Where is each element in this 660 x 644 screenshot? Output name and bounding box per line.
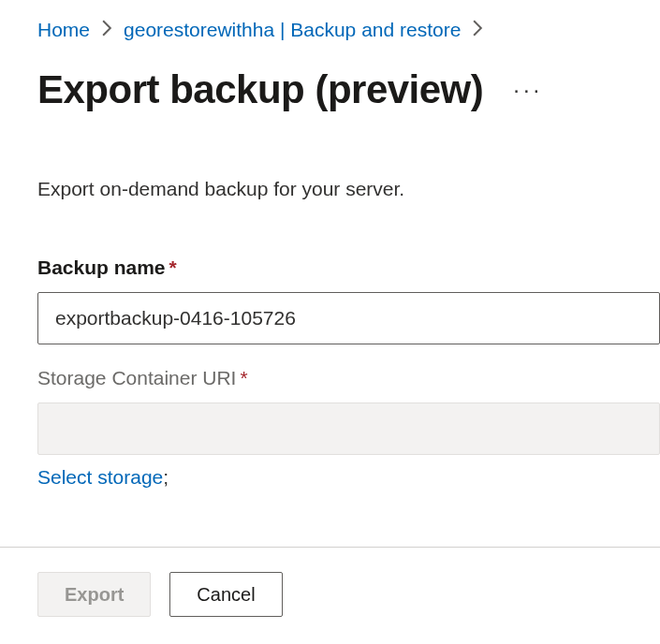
select-storage-link[interactable]: Select storage (37, 466, 163, 488)
breadcrumb-home[interactable]: Home (37, 19, 90, 41)
export-button[interactable]: Export (37, 572, 151, 617)
footer: Export Cancel (0, 547, 660, 644)
page-title: Export backup (preview) (37, 67, 483, 112)
select-storage-row: Select storage; (37, 466, 660, 489)
storage-uri-label: Storage Container URI* (37, 367, 660, 389)
chevron-right-icon (472, 20, 483, 40)
more-actions-button[interactable]: ··· (506, 77, 550, 103)
backup-name-input[interactable] (37, 292, 660, 344)
breadcrumb: Home georestorewithha | Backup and resto… (37, 19, 660, 41)
storage-uri-input (37, 402, 660, 455)
chevron-right-icon (101, 20, 112, 40)
breadcrumb-resource[interactable]: georestorewithha | Backup and restore (124, 19, 461, 41)
backup-name-label: Backup name* (37, 256, 660, 279)
cancel-button[interactable]: Cancel (169, 572, 282, 617)
page-description: Export on-demand backup for your server. (37, 178, 660, 200)
